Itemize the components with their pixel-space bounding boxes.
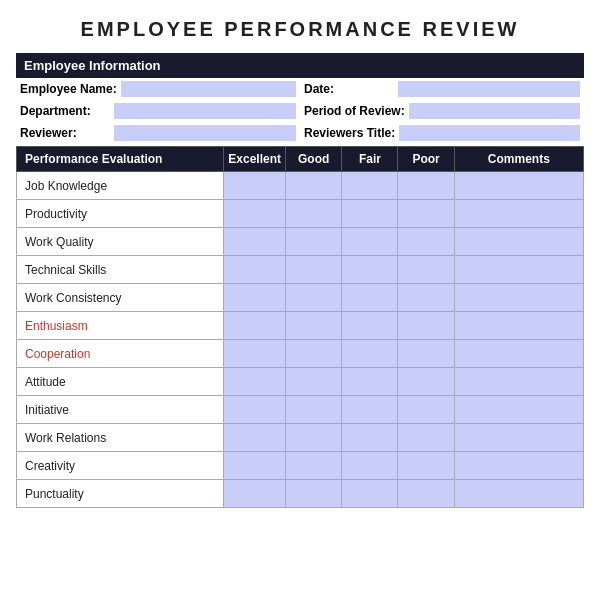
cell-poor-5[interactable] — [398, 312, 454, 340]
cell-fair-8[interactable] — [342, 396, 398, 424]
cell-excellent-11[interactable] — [224, 480, 286, 508]
cell-comment-2[interactable] — [454, 228, 583, 256]
cell-good-6[interactable] — [285, 340, 341, 368]
table-row: Productivity — [17, 200, 584, 228]
cell-poor-1[interactable] — [398, 200, 454, 228]
table-row: Creativity — [17, 452, 584, 480]
department-input[interactable] — [114, 103, 296, 119]
cell-poor-8[interactable] — [398, 396, 454, 424]
cell-poor-10[interactable] — [398, 452, 454, 480]
row-label: Work Quality — [17, 228, 224, 256]
period-label: Period of Review: — [304, 104, 405, 118]
cell-comment-0[interactable] — [454, 172, 583, 200]
cell-good-8[interactable] — [285, 396, 341, 424]
cell-fair-0[interactable] — [342, 172, 398, 200]
page-title: EMPLOYEE PERFORMANCE REVIEW — [16, 18, 584, 41]
cell-good-11[interactable] — [285, 480, 341, 508]
reviewer-title-label: Reviewers Title: — [304, 126, 395, 140]
cell-comment-5[interactable] — [454, 312, 583, 340]
row-label: Work Consistency — [17, 284, 224, 312]
cell-comment-6[interactable] — [454, 340, 583, 368]
table-row: Punctuality — [17, 480, 584, 508]
cell-fair-11[interactable] — [342, 480, 398, 508]
cell-comment-7[interactable] — [454, 368, 583, 396]
cell-poor-2[interactable] — [398, 228, 454, 256]
cell-excellent-7[interactable] — [224, 368, 286, 396]
table-row: Work Relations — [17, 424, 584, 452]
row-label: Cooperation — [17, 340, 224, 368]
employee-name-input[interactable] — [121, 81, 296, 97]
reviewer-label: Reviewer: — [20, 126, 110, 140]
row-label: Job Knowledge — [17, 172, 224, 200]
cell-good-7[interactable] — [285, 368, 341, 396]
cell-poor-9[interactable] — [398, 424, 454, 452]
cell-poor-3[interactable] — [398, 256, 454, 284]
row-label: Enthusiasm — [17, 312, 224, 340]
cell-fair-1[interactable] — [342, 200, 398, 228]
cell-fair-7[interactable] — [342, 368, 398, 396]
table-row: Enthusiasm — [17, 312, 584, 340]
table-row: Initiative — [17, 396, 584, 424]
cell-excellent-8[interactable] — [224, 396, 286, 424]
cell-fair-4[interactable] — [342, 284, 398, 312]
cell-good-3[interactable] — [285, 256, 341, 284]
table-row: Cooperation — [17, 340, 584, 368]
col-header-excellent: Excellent — [224, 147, 286, 172]
col-header-comments: Comments — [454, 147, 583, 172]
employee-name-label: Employee Name: — [20, 82, 117, 96]
cell-good-2[interactable] — [285, 228, 341, 256]
cell-comment-3[interactable] — [454, 256, 583, 284]
cell-comment-8[interactable] — [454, 396, 583, 424]
cell-comment-10[interactable] — [454, 452, 583, 480]
table-row: Technical Skills — [17, 256, 584, 284]
cell-good-0[interactable] — [285, 172, 341, 200]
cell-excellent-10[interactable] — [224, 452, 286, 480]
cell-comment-11[interactable] — [454, 480, 583, 508]
cell-excellent-2[interactable] — [224, 228, 286, 256]
cell-poor-6[interactable] — [398, 340, 454, 368]
row-label: Initiative — [17, 396, 224, 424]
cell-fair-3[interactable] — [342, 256, 398, 284]
cell-comment-1[interactable] — [454, 200, 583, 228]
col-header-evaluation: Performance Evaluation — [17, 147, 224, 172]
cell-excellent-1[interactable] — [224, 200, 286, 228]
cell-good-9[interactable] — [285, 424, 341, 452]
cell-good-5[interactable] — [285, 312, 341, 340]
col-header-good: Good — [285, 147, 341, 172]
cell-fair-6[interactable] — [342, 340, 398, 368]
reviewer-input[interactable] — [114, 125, 296, 141]
cell-fair-5[interactable] — [342, 312, 398, 340]
cell-comment-9[interactable] — [454, 424, 583, 452]
cell-excellent-0[interactable] — [224, 172, 286, 200]
row-label: Punctuality — [17, 480, 224, 508]
row-label: Technical Skills — [17, 256, 224, 284]
cell-good-4[interactable] — [285, 284, 341, 312]
cell-excellent-6[interactable] — [224, 340, 286, 368]
date-input[interactable] — [398, 81, 580, 97]
period-input[interactable] — [409, 103, 580, 119]
cell-poor-11[interactable] — [398, 480, 454, 508]
department-label: Department: — [20, 104, 110, 118]
employee-info-header: Employee Information — [16, 53, 584, 78]
table-row: Attitude — [17, 368, 584, 396]
col-header-poor: Poor — [398, 147, 454, 172]
cell-poor-0[interactable] — [398, 172, 454, 200]
cell-comment-4[interactable] — [454, 284, 583, 312]
table-row: Work Quality — [17, 228, 584, 256]
date-label: Date: — [304, 82, 394, 96]
cell-fair-9[interactable] — [342, 424, 398, 452]
cell-poor-4[interactable] — [398, 284, 454, 312]
reviewer-title-input[interactable] — [399, 125, 580, 141]
cell-excellent-9[interactable] — [224, 424, 286, 452]
table-row: Work Consistency — [17, 284, 584, 312]
cell-poor-7[interactable] — [398, 368, 454, 396]
cell-excellent-5[interactable] — [224, 312, 286, 340]
cell-good-1[interactable] — [285, 200, 341, 228]
cell-fair-10[interactable] — [342, 452, 398, 480]
cell-excellent-3[interactable] — [224, 256, 286, 284]
cell-good-10[interactable] — [285, 452, 341, 480]
cell-excellent-4[interactable] — [224, 284, 286, 312]
row-label: Attitude — [17, 368, 224, 396]
row-label: Work Relations — [17, 424, 224, 452]
cell-fair-2[interactable] — [342, 228, 398, 256]
